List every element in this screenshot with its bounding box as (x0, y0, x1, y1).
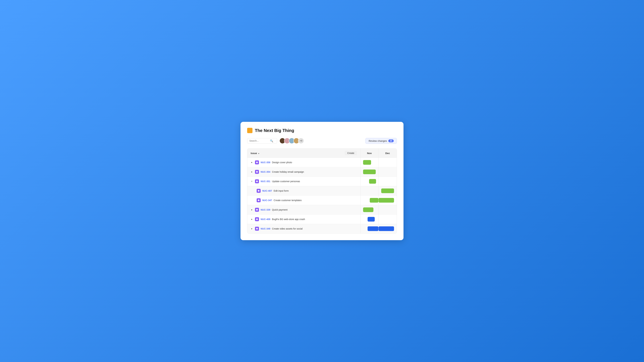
search-box[interactable]: 🔍 (247, 138, 277, 144)
gantt-cell-nov (360, 177, 378, 186)
expand-icon[interactable] (250, 208, 253, 211)
table-row: NUC-351 Update customer personas (247, 177, 397, 186)
search-input[interactable] (249, 139, 269, 142)
gantt-cell-dec (378, 196, 397, 205)
gantt-cell-nov (360, 205, 378, 214)
issue-title: Create customer templates (274, 199, 302, 202)
issue-header-label: Issue (251, 152, 257, 155)
issue-type-icon (255, 170, 259, 174)
gantt-cell-dec (378, 158, 397, 167)
issue-type-icon (257, 198, 261, 202)
chevron-down-icon (258, 152, 260, 155)
issue-type-icon (255, 217, 259, 221)
issue-title: Update customer personas (272, 180, 300, 183)
app-logo (247, 128, 252, 133)
table-row: NUC-339 Quick payment (247, 205, 397, 215)
table-row: NUC-347 Create customer templates (247, 196, 397, 205)
table-header: Issue Create Nov Dec (247, 149, 397, 158)
gantt-cell-nov (360, 224, 378, 233)
issue-id[interactable]: NUC-351 (261, 180, 270, 183)
issue-cell: NUC-409 BugFix BG web-store app crash (247, 215, 360, 224)
gantt-cell-dec (378, 215, 397, 224)
gantt-cell-nov (360, 215, 378, 224)
expand-icon[interactable] (250, 180, 253, 183)
issue-title: BugFix BG web-store app crash (272, 218, 305, 221)
review-count-badge: 25 (388, 139, 394, 142)
review-changes-button[interactable]: Review changes 25 (366, 138, 397, 144)
issue-title: Create holiday email campaign (272, 171, 304, 173)
gantt-cell-nov (360, 186, 378, 195)
app-header: The Next Big Thing (247, 128, 397, 133)
expand-icon[interactable] (250, 170, 253, 173)
issue-cell: NUC-339 Quick payment (247, 205, 360, 214)
issue-column-header: Issue Create (247, 149, 360, 158)
gantt-cell-dec (378, 186, 397, 195)
gantt-cell-dec (378, 177, 397, 186)
issue-id[interactable]: NUC-347 (262, 199, 272, 202)
expand-icon[interactable] (250, 218, 253, 221)
app-title: The Next Big Thing (255, 128, 294, 133)
issue-type-icon (257, 189, 261, 193)
issue-cell: NUC-354 Create holiday email campaign (247, 167, 360, 177)
dec-column-header: Dec (378, 149, 397, 158)
gantt-table: Issue Create Nov Dec NUC-358 Design cove… (247, 148, 397, 234)
table-row: NUC-354 Create holiday email campaign (247, 167, 397, 177)
gantt-cell-dec (378, 205, 397, 214)
nov-column-header: Nov (360, 149, 378, 158)
dec-label: Dec (385, 152, 390, 155)
issue-title: Design cover photo (272, 161, 292, 164)
table-row: NUC-349 Create video assets for social (247, 224, 397, 233)
review-label: Review changes (368, 139, 387, 142)
create-button[interactable]: Create (344, 151, 357, 155)
search-icon: 🔍 (270, 139, 273, 142)
issue-id[interactable]: NUC-409 (261, 218, 270, 221)
table-row: NUC-358 Design cover photo (247, 158, 397, 167)
issue-cell: NUC-351 Update customer personas (247, 177, 360, 186)
issue-sort-button[interactable]: Issue (251, 152, 260, 155)
issue-id[interactable]: NUC-354 (261, 171, 270, 173)
expand-icon[interactable] (250, 227, 253, 230)
issue-cell: NUC-347 Create customer templates (247, 196, 360, 205)
issue-id[interactable]: NUC-339 (261, 208, 270, 211)
nov-label: Nov (367, 152, 372, 155)
issue-title: Edit input form (274, 189, 288, 192)
gantt-cell-dec (378, 167, 397, 177)
issue-cell: NUC-358 Design cover photo (247, 158, 360, 167)
gantt-cell-nov (360, 196, 378, 205)
main-card: The Next Big Thing 🔍 +3 Review changes 2… (240, 122, 404, 240)
issue-id[interactable]: NUC-407 (262, 189, 272, 192)
issue-cell: NUC-349 Create video assets for social (247, 224, 360, 233)
issue-id[interactable]: NUC-358 (261, 161, 270, 164)
issue-cell: NUC-407 Edit input form (247, 186, 360, 195)
issue-id[interactable]: NUC-349 (261, 227, 270, 230)
issue-title: Quick payment (272, 208, 288, 211)
table-row: NUC-409 BugFix BG web-store app crash (247, 215, 397, 224)
avatar-overflow[interactable]: +3 (298, 138, 304, 144)
issue-type-icon (255, 160, 259, 164)
expand-icon[interactable] (250, 161, 253, 164)
issue-type-icon (255, 179, 259, 183)
gantt-cell-nov (360, 167, 378, 177)
avatar-group: +3 (280, 138, 304, 144)
table-row: NUC-407 Edit input form (247, 186, 397, 196)
gantt-cell-dec (378, 224, 397, 233)
issue-title: Create video assets for social (272, 227, 302, 230)
issue-type-icon (255, 208, 259, 212)
issue-type-icon (255, 227, 259, 231)
toolbar: 🔍 +3 Review changes 25 (247, 138, 397, 144)
gantt-cell-nov (360, 158, 378, 167)
